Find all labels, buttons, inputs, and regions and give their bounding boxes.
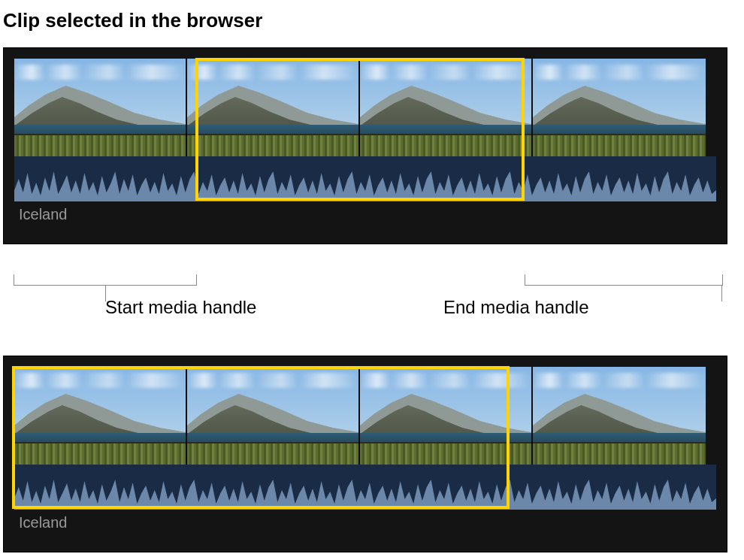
clip-frame[interactable] [360, 367, 533, 465]
page-title: Clip selected in the browser [3, 9, 744, 32]
end-handle-bracket [525, 274, 723, 286]
clip-filmstrip[interactable] [4, 48, 727, 156]
clip-name-label: Iceland [4, 201, 727, 231]
clip-frame[interactable] [533, 367, 706, 465]
clip-browser-panel: Iceland [3, 356, 727, 552]
figure-with-start-handle: Iceland Start media handle End media han… [0, 47, 744, 333]
clip-filmstrip[interactable] [4, 356, 727, 465]
start-handle-callout: Start media handle [105, 297, 256, 318]
clip-frame[interactable] [14, 367, 187, 465]
clip-frame[interactable] [360, 59, 533, 156]
clip-browser-panel: Iceland [3, 47, 727, 244]
clip-name-label: Iceland [4, 510, 727, 539]
clip-frame[interactable] [14, 59, 187, 156]
clip-frame[interactable] [187, 59, 360, 156]
figure-no-start-handle: Iceland No start media handle End media … [0, 356, 744, 560]
start-handle-bracket [14, 274, 197, 286]
audio-waveform [14, 156, 716, 201]
end-handle-callout: End media handle [443, 297, 588, 318]
audio-waveform [14, 465, 716, 510]
clip-frame[interactable] [533, 59, 706, 156]
clip-frame[interactable] [187, 367, 360, 465]
